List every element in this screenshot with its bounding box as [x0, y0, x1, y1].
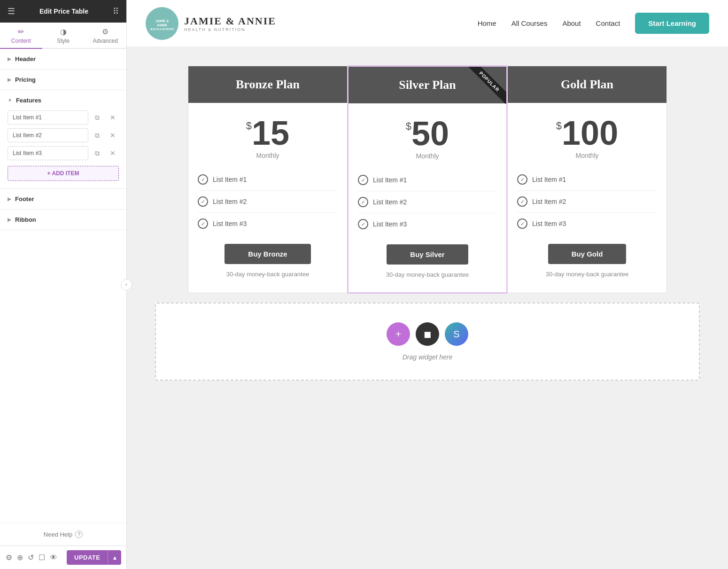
silver-period: Monthly — [416, 152, 439, 160]
style-icon: ◑ — [60, 27, 67, 36]
section-footer-toggle[interactable]: ▶ Footer — [0, 189, 126, 209]
chevron-right-icon-ribbon: ▶ — [8, 217, 11, 222]
nav-contact[interactable]: Contact — [596, 19, 620, 27]
preview-icon[interactable]: 👁 — [50, 551, 57, 565]
delete-item-2-button[interactable]: ✕ — [107, 129, 119, 142]
update-dropdown-button[interactable]: ▲ — [108, 550, 121, 565]
bronze-price-amount: $ 15 — [246, 103, 289, 152]
add-widget-icon[interactable]: + — [387, 322, 410, 346]
panel-title: Edit Price Table — [39, 8, 88, 15]
tab-content-label: Content — [11, 38, 31, 44]
settings-icon[interactable]: ⚙ — [6, 551, 12, 565]
section-features-toggle[interactable]: ▼ Features — [0, 90, 126, 110]
bottom-bar: ⚙ ⊕ ↺ ☐ 👁 UPDATE ▲ — [0, 546, 126, 569]
list-item-input-2[interactable] — [8, 128, 88, 142]
popular-ribbon — [464, 67, 506, 109]
widget-icons: + ◼ S — [387, 322, 468, 346]
bronze-feature-1: ✓List Item #1 — [198, 169, 338, 191]
bronze-card: Bronze Plan $ 15 Monthly ✓List Item #1 ✓… — [188, 66, 348, 293]
tab-style-label: Style — [57, 38, 70, 44]
pricing-cards: Bronze Plan $ 15 Monthly ✓List Item #1 ✓… — [141, 66, 714, 293]
brand-sub: HEALTH & NUTRITION — [184, 27, 276, 32]
pricing-area: Bronze Plan $ 15 Monthly ✓List Item #1 ✓… — [127, 47, 728, 569]
check-icon: ✓ — [517, 196, 527, 207]
silver-feature-1: ✓List Item #1 — [358, 169, 497, 191]
responsive-icon[interactable]: ☐ — [39, 551, 45, 565]
gold-price-amount: $ 100 — [556, 103, 618, 152]
tab-advanced[interactable]: ⚙ Advanced — [84, 23, 126, 48]
section-features: ▼ Features ⧉ ✕ ⧉ ✕ ⧉ ✕ + ADD ITEM — [0, 90, 126, 189]
check-icon: ✓ — [198, 196, 208, 207]
hamburger-icon[interactable]: ☰ — [8, 6, 15, 16]
silver-guarantee: 30-day money-back guarantee — [386, 271, 469, 278]
gold-feature-3: ✓List Item #3 — [517, 213, 657, 234]
silver-feature-3: ✓List Item #3 — [358, 213, 497, 235]
svg-text:ANNIE: ANNIE — [157, 23, 167, 27]
nav-all-courses[interactable]: All Courses — [511, 19, 548, 27]
copy-item-2-button[interactable]: ⧉ — [91, 129, 104, 142]
list-item-input-1[interactable] — [8, 110, 88, 125]
gold-feature-2: ✓List Item #2 — [517, 191, 657, 213]
bronze-period: Monthly — [256, 152, 279, 159]
buy-bronze-button[interactable]: Buy Bronze — [225, 244, 310, 264]
gold-card: Gold Plan $ 100 Monthly ✓List Item #1 ✓L… — [507, 66, 667, 293]
history-icon[interactable]: ↺ — [28, 551, 34, 565]
section-pricing-toggle[interactable]: ▶ Pricing — [0, 70, 126, 90]
check-icon: ✓ — [517, 174, 527, 185]
logo-svg: JAMIE & ANNIE HEALTH & NUTRITION — [150, 12, 174, 35]
check-icon: ✓ — [517, 218, 527, 229]
delete-item-3-button[interactable]: ✕ — [107, 147, 119, 160]
list-item-input-3[interactable] — [8, 146, 88, 160]
bronze-title: Bronze Plan — [198, 78, 338, 92]
section-ribbon-toggle[interactable]: ▶ Ribbon — [0, 210, 126, 230]
buy-gold-button[interactable]: Buy Gold — [548, 244, 627, 264]
nav-about[interactable]: About — [562, 19, 581, 27]
site-nav: JAMIE & ANNIE HEALTH & NUTRITION JAMIE &… — [127, 0, 728, 47]
start-learning-button[interactable]: Start Learning — [635, 13, 709, 34]
section-ribbon-label: Ribbon — [15, 216, 36, 223]
section-pricing-label: Pricing — [15, 76, 36, 83]
bronze-price-number: 15 — [252, 116, 289, 150]
nav-home[interactable]: Home — [478, 19, 496, 27]
collapse-panel-handle[interactable]: ‹ — [121, 279, 132, 290]
layers-icon[interactable]: ⊕ — [17, 551, 23, 565]
check-icon: ✓ — [198, 218, 208, 229]
bronze-card-header: Bronze Plan — [188, 66, 347, 103]
copy-item-3-button[interactable]: ⧉ — [91, 147, 104, 160]
bronze-feature-3: ✓List Item #3 — [198, 213, 338, 234]
section-footer: ▶ Footer — [0, 189, 126, 210]
gear-icon: ⚙ — [102, 27, 108, 36]
silver-dollar-sign: $ — [406, 120, 411, 133]
tab-content[interactable]: ✏ Content — [0, 23, 42, 49]
brand-name: JAMIE & ANNIE — [184, 15, 276, 27]
help-icon[interactable]: ? — [75, 530, 83, 538]
delete-item-1-button[interactable]: ✕ — [107, 111, 119, 124]
section-ribbon: ▶ Ribbon — [0, 210, 126, 230]
add-item-button[interactable]: + ADD ITEM — [8, 166, 119, 181]
update-button[interactable]: UPDATE — [67, 550, 108, 565]
list-item-row-1: ⧉ ✕ — [8, 110, 119, 125]
silver-price-number: 50 — [411, 117, 449, 150]
tab-advanced-label: Advanced — [93, 38, 117, 44]
buy-silver-button[interactable]: Buy Silver — [387, 244, 468, 265]
drag-widget-box[interactable]: + ◼ S Drag widget here — [155, 303, 700, 381]
widget-elementor-icon[interactable]: ◼ — [416, 322, 439, 346]
svg-text:HEALTH & NUTRITION: HEALTH & NUTRITION — [150, 28, 174, 31]
pencil-icon: ✏ — [18, 27, 24, 36]
drag-widget-text: Drag widget here — [403, 353, 453, 361]
bronze-feature-2: ✓List Item #2 — [198, 191, 338, 213]
section-features-label: Features — [16, 97, 41, 104]
copy-item-1-button[interactable]: ⧉ — [91, 111, 104, 124]
list-item-row-2: ⧉ ✕ — [8, 128, 119, 142]
features-body: ⧉ ✕ ⧉ ✕ ⧉ ✕ + ADD ITEM — [0, 110, 126, 188]
gold-dollar-sign: $ — [556, 120, 562, 132]
bronze-guarantee: 30-day money-back guarantee — [226, 271, 309, 278]
panel-header: ☰ Edit Price Table ⠿ — [0, 0, 126, 23]
widget-plugin-icon[interactable]: S — [445, 322, 468, 346]
check-icon: ✓ — [358, 219, 368, 229]
section-header-label: Header — [15, 55, 36, 62]
section-header-toggle[interactable]: ▶ Header — [0, 49, 126, 69]
tab-style[interactable]: ◑ Style — [42, 23, 85, 48]
grid-icon[interactable]: ⠿ — [113, 6, 119, 16]
chevron-right-icon: ▶ — [8, 56, 11, 62]
